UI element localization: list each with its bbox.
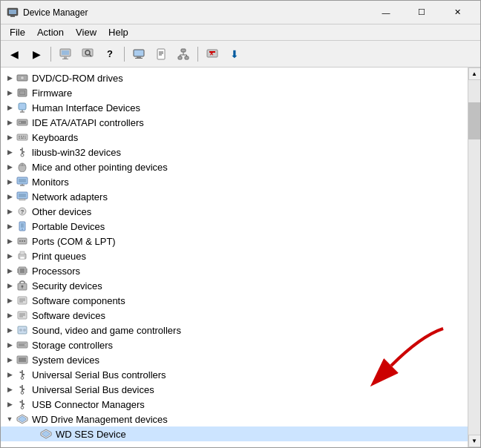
expand-icon[interactable]: ▶ [4, 87, 16, 99]
swdevices-icon [16, 309, 29, 321]
list-item[interactable]: WD SES Device [1, 426, 468, 441]
expand-icon[interactable]: ▶ [4, 131, 16, 143]
expand-icon[interactable]: ▶ [4, 309, 16, 321]
maximize-button[interactable]: ☐ [405, 1, 439, 24]
list-item[interactable]: ▶ Processors [1, 263, 468, 278]
network-icon [16, 191, 29, 202]
list-item[interactable]: ▶ ? Other devices [1, 204, 468, 219]
list-item[interactable]: ▶ Print queues [1, 248, 468, 263]
list-item[interactable]: ▶ Firmware [1, 85, 468, 100]
list-item[interactable]: ▶ Monitors [1, 174, 468, 189]
svg-point-87 [22, 286, 24, 288]
expand-icon[interactable]: ▶ [4, 220, 16, 232]
list-item[interactable]: ▶ Ports (COM & LPT) [1, 234, 468, 248]
list-item[interactable]: ▶ Security devices [1, 278, 468, 293]
scroll-up-arrow[interactable]: ▲ [468, 67, 481, 80]
expand-icon[interactable]: ▶ [4, 354, 16, 366]
svg-rect-13 [157, 49, 165, 59]
uninstall-button[interactable]: ✕ [202, 45, 223, 64]
expand-icon[interactable]: ▶ [4, 339, 16, 351]
svg-rect-36 [19, 103, 26, 110]
list-item[interactable]: ▶ System devices [1, 352, 468, 367]
list-item[interactable]: ▶ USB Connector Managers [1, 397, 468, 412]
expand-icon[interactable]: ▶ [4, 250, 16, 262]
expand-icon[interactable]: ▶ [4, 383, 16, 395]
list-item[interactable]: ▶ Software components [1, 293, 468, 308]
list-item[interactable]: ▶ Universal Serial Bus devices [1, 382, 468, 397]
expand-icon[interactable]: ▶ [4, 398, 16, 410]
expand-icon[interactable]: ▶ [4, 191, 16, 202]
scroll-down-arrow[interactable]: ▼ [468, 435, 481, 447]
svg-rect-77 [20, 257, 24, 259]
scan-button[interactable] [77, 45, 98, 64]
scrollbar[interactable]: ▲ ▼ [468, 67, 480, 447]
list-item[interactable]: ▶ libusb-win32 devices [1, 145, 468, 159]
list-item[interactable]: ▶ Human Interface Devices [1, 100, 468, 115]
svg-rect-43 [19, 136, 20, 137]
back-button[interactable]: ◀ [4, 45, 24, 64]
toolbar-separator-3 [197, 47, 198, 62]
menu-help[interactable]: Help [102, 25, 134, 39]
svg-rect-19 [185, 56, 189, 59]
expand-icon[interactable]: ▶ [4, 146, 16, 158]
system-icon [16, 354, 29, 366]
svg-rect-1 [9, 10, 16, 14]
network-button[interactable] [173, 45, 194, 64]
list-item[interactable]: ▶ IDE ATA/ATAPI controllers [1, 115, 468, 130]
update-button[interactable]: ⬇ [224, 45, 245, 64]
svg-rect-110 [23, 374, 24, 375]
svg-rect-76 [20, 251, 24, 254]
scrollbar-track[interactable] [468, 80, 480, 435]
list-item[interactable]: ▶ Network adapters [1, 189, 468, 204]
expand-icon[interactable]: ▶ [4, 102, 16, 113]
expand-icon[interactable]: ▼ [4, 413, 16, 425]
expand-icon[interactable]: ▶ [4, 324, 16, 336]
menu-action[interactable]: Action [31, 25, 70, 39]
expand-icon[interactable]: ▶ [4, 72, 16, 84]
list-item[interactable]: ▶ DVD/CD-ROM drives [1, 70, 468, 85]
svg-point-106 [21, 377, 24, 380]
help-button[interactable]: ? [99, 45, 120, 64]
list-item[interactable]: ▼ WD Drive Management devices [1, 412, 468, 426]
expand-icon[interactable]: ▶ [4, 280, 16, 291]
list-item[interactable]: ▶ Universal Serial Bus controllers [1, 367, 468, 382]
item-label: Other devices [32, 206, 91, 217]
list-item[interactable]: ▶ Keyboards [1, 130, 468, 145]
svg-rect-11 [137, 56, 141, 58]
expand-icon[interactable]: ▶ [4, 116, 16, 128]
svg-point-73 [22, 240, 23, 242]
item-label: Software components [32, 295, 125, 306]
item-label: libusb-win32 devices [32, 147, 121, 158]
expand-icon[interactable]: ▶ [4, 176, 16, 188]
window-controls: — ☐ ✕ [369, 1, 474, 24]
minimize-button[interactable]: — [369, 1, 403, 24]
expand-icon[interactable]: ▶ [4, 265, 16, 277]
sound-icon [16, 324, 29, 336]
close-button[interactable]: ✕ [440, 1, 474, 24]
expand-icon[interactable]: ▶ [4, 235, 16, 247]
mouse-icon [16, 161, 29, 173]
menu-file[interactable]: File [4, 25, 31, 39]
swcomponents-icon [16, 294, 29, 306]
item-label: Universal Serial Bus controllers [32, 369, 166, 381]
svg-rect-6 [62, 59, 68, 59]
list-item[interactable]: ▶ Software devices [1, 308, 468, 323]
expand-icon[interactable]: ▶ [4, 294, 16, 306]
expand-icon[interactable]: ▶ [4, 205, 16, 217]
document-button[interactable] [151, 45, 171, 64]
forward-button[interactable]: ▶ [26, 45, 47, 64]
expand-icon[interactable]: ▶ [4, 161, 16, 173]
list-item[interactable]: ▶ Mice and other pointing devices [1, 159, 468, 174]
item-label: Mice and other pointing devices [32, 162, 168, 173]
expand-icon[interactable]: ▶ [4, 369, 16, 381]
app-icon [7, 7, 19, 19]
item-label: Keyboards [32, 132, 78, 143]
menu-view[interactable]: View [70, 25, 102, 39]
properties-button[interactable] [55, 45, 76, 64]
list-item[interactable]: ▶ Storage controllers [1, 337, 468, 352]
list-item[interactable]: ▶ Portable Devices [1, 219, 468, 234]
scrollbar-thumb[interactable] [468, 102, 480, 139]
computer-button[interactable] [128, 45, 149, 64]
svg-rect-122 [23, 403, 24, 405]
list-item[interactable]: ▶ Sound, video and game controllers [1, 323, 468, 337]
